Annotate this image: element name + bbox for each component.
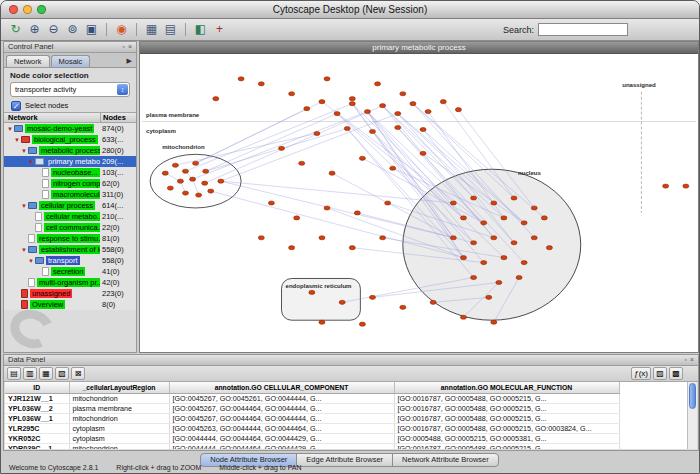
table-row[interactable]: YLR295Ccytoplasm[GO:0045263, GO:0044444,… <box>5 423 619 433</box>
network-node[interactable] <box>420 127 426 131</box>
zoom-fit-button[interactable]: ▣ <box>82 21 101 39</box>
table-cell[interactable]: [GO:0045267, GO:0044464, GO:0044444, G..… <box>169 413 394 423</box>
network-node[interactable] <box>162 171 168 175</box>
network-node[interactable] <box>546 246 552 250</box>
table-row[interactable]: YJR121W__1mitochondrion[GO:0045267, GO:0… <box>5 393 619 403</box>
network-node[interactable] <box>395 125 401 129</box>
network-node[interactable] <box>190 177 196 181</box>
network-node[interactable] <box>289 92 295 96</box>
tree-row[interactable]: nucleobase...103(... <box>4 167 136 178</box>
column-header[interactable]: annotation.GO CELLULAR_COMPONENT <box>169 382 394 393</box>
table-row[interactable]: YDR039C__1mitochondrion[GO:0044444, GO:0… <box>5 443 619 449</box>
network-node[interactable] <box>511 241 517 245</box>
title-bar[interactable]: Cytoscape Desktop (New Session) <box>1 1 699 19</box>
network-node[interactable] <box>218 179 224 183</box>
network-node[interactable] <box>349 102 355 106</box>
tree-row[interactable]: nitrogen compo...62(0) <box>4 178 136 189</box>
network-node[interactable] <box>359 322 365 326</box>
network-node[interactable] <box>390 166 396 170</box>
network-node[interactable] <box>531 236 537 240</box>
network-node[interactable] <box>354 211 360 215</box>
column-header[interactable]: annotation.GO MOLECULAR_FUNCTION <box>394 382 619 393</box>
tree-row[interactable]: macromolecule...311(0) <box>4 189 136 200</box>
network-node[interactable] <box>294 216 300 220</box>
zoom-out-button[interactable]: ⊖ <box>44 21 63 39</box>
network-graph[interactable]: plasma membranecytoplasmmitochondrionnuc… <box>140 54 698 352</box>
node-attribute-dropdown[interactable]: transporter activity ↕ <box>10 82 130 97</box>
network-overview-button[interactable]: ◉ <box>112 21 131 39</box>
table-cell[interactable]: [GO:0016787, GO:0005488, GO:0005215, GO:… <box>394 423 619 433</box>
network-canvas[interactable]: plasma membranecytoplasmmitochondrionnuc… <box>140 54 698 352</box>
table-cell[interactable]: [GO:0016787, GO:0005488, GO:0005215, G..… <box>394 393 619 403</box>
network-node[interactable] <box>395 112 401 116</box>
tree-row[interactable]: cell communica...22(0) <box>4 222 136 233</box>
network-node[interactable] <box>471 275 477 279</box>
network-node[interactable] <box>289 246 295 250</box>
network-node[interactable] <box>375 82 381 86</box>
expand-arrow-icon[interactable]: ▼ <box>20 146 28 156</box>
network-node[interactable] <box>511 196 517 200</box>
panel-float-icon[interactable]: ▫ <box>684 355 686 365</box>
network-node[interactable] <box>400 305 406 309</box>
network-node[interactable] <box>481 221 487 225</box>
network-node[interactable] <box>440 100 446 104</box>
dropdown-arrow-icon[interactable]: ↕ <box>117 84 128 95</box>
tab-mosaic[interactable]: Mosaic <box>51 55 91 67</box>
import-attribute-file-button[interactable]: ▨ <box>653 367 667 380</box>
network-node[interactable] <box>521 221 527 225</box>
network-node[interactable] <box>193 161 199 165</box>
attribute-table[interactable]: ID_cellularLayoutRegionannotation.GO CEL… <box>5 382 687 449</box>
network-node[interactable] <box>460 256 466 260</box>
network-column-header[interactable]: Network <box>4 113 100 122</box>
tree-row[interactable]: ▼establishment of lo...558(0) <box>4 244 136 255</box>
network-node[interactable] <box>319 100 325 104</box>
network-node[interactable] <box>208 189 214 193</box>
network-node[interactable] <box>430 300 436 304</box>
network-node[interactable] <box>202 181 208 185</box>
network-node[interactable] <box>400 92 406 96</box>
clear-attributes-button[interactable]: ⊠ <box>71 367 85 380</box>
zoom-in-button[interactable]: ⊕ <box>25 21 44 39</box>
network-node[interactable] <box>481 261 487 265</box>
network-node[interactable] <box>496 280 502 284</box>
network-node[interactable] <box>309 290 315 294</box>
network-node[interactable] <box>501 256 507 260</box>
table-cell[interactable]: mitochondrion <box>69 413 169 423</box>
network-node[interactable] <box>268 201 274 205</box>
network-edge[interactable] <box>221 114 398 182</box>
tree-row[interactable]: cellular metabo...210(... <box>4 211 136 222</box>
network-node[interactable] <box>329 171 335 175</box>
tree-row[interactable]: ▼biological_process633(... <box>4 134 136 145</box>
table-cell[interactable]: [GO:0005488, GO:0005215, GO:0005381, G..… <box>394 433 619 443</box>
network-node[interactable] <box>319 320 325 324</box>
network-node[interactable] <box>541 216 547 220</box>
network-node[interactable] <box>471 241 477 245</box>
network-node[interactable] <box>258 82 264 86</box>
network-node[interactable] <box>521 261 527 265</box>
control-panel-header[interactable]: Control Panel ▫ × <box>4 42 136 53</box>
network-node[interactable] <box>344 126 350 130</box>
tree-row[interactable]: ▼cellular process614(... <box>4 200 136 211</box>
table-row[interactable]: YKR052Ccytoplasm[GO:0044444, GO:0044464,… <box>5 433 619 443</box>
search-input[interactable] <box>538 23 628 36</box>
table-cell[interactable]: plasma membrane <box>69 403 169 413</box>
unselect-attributes-button[interactable]: ▥ <box>23 367 37 380</box>
column-header[interactable]: _cellularLayoutRegion <box>69 382 169 393</box>
network-node[interactable] <box>359 156 365 160</box>
create-attribute-button[interactable]: ▦ <box>39 367 53 380</box>
select-nodes-checkbox[interactable]: ✓ <box>11 101 21 111</box>
network-node[interactable] <box>516 275 522 279</box>
network-node[interactable] <box>369 295 375 299</box>
table-cell[interactable]: YPL036W__2 <box>5 403 69 413</box>
expand-arrow-icon[interactable]: ▼ <box>13 135 21 145</box>
close-button[interactable] <box>9 5 18 14</box>
table-cell[interactable]: YKR052C <box>5 433 69 443</box>
tree-row[interactable]: multi-organism pr...42(0) <box>4 277 136 288</box>
network-node[interactable] <box>349 246 355 250</box>
expand-arrow-icon[interactable]: ▼ <box>27 157 35 167</box>
table-cell[interactable]: [GO:0045267, GO:0044464, GO:0044444, G..… <box>169 403 394 413</box>
network-node[interactable] <box>258 236 264 240</box>
network-node[interactable] <box>460 315 466 319</box>
open-attribute-browser-button[interactable]: ▩ <box>669 367 683 380</box>
network-node[interactable] <box>491 320 497 324</box>
